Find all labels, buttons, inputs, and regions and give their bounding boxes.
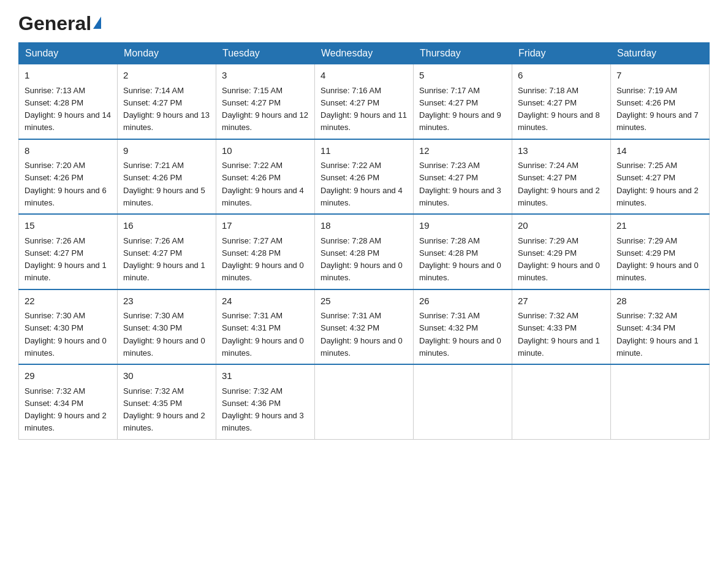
- day-number: 6: [518, 69, 605, 83]
- day-number: 19: [419, 219, 506, 233]
- day-info: Sunrise: 7:21 AMSunset: 4:26 PMDaylight:…: [123, 161, 205, 207]
- day-info: Sunrise: 7:24 AMSunset: 4:27 PMDaylight:…: [518, 161, 600, 207]
- calendar-day-cell: 24 Sunrise: 7:31 AMSunset: 4:31 PMDaylig…: [216, 289, 315, 365]
- day-number: 11: [320, 144, 408, 158]
- calendar-week-row: 8 Sunrise: 7:20 AMSunset: 4:26 PMDayligh…: [19, 139, 710, 215]
- calendar-day-cell: 6 Sunrise: 7:18 AMSunset: 4:27 PMDayligh…: [512, 64, 611, 139]
- day-number: 18: [320, 219, 408, 233]
- day-number: 26: [419, 294, 506, 308]
- day-number: 3: [222, 69, 309, 83]
- column-header-saturday: Saturday: [611, 43, 710, 64]
- calendar-day-cell: 18 Sunrise: 7:28 AMSunset: 4:28 PMDaylig…: [315, 214, 414, 289]
- column-header-thursday: Thursday: [414, 43, 512, 64]
- calendar-day-cell: 3 Sunrise: 7:15 AMSunset: 4:27 PMDayligh…: [216, 64, 315, 139]
- day-number: 10: [222, 144, 309, 158]
- day-info: Sunrise: 7:29 AMSunset: 4:29 PMDaylight:…: [616, 236, 699, 283]
- calendar-table: SundayMondayTuesdayWednesdayThursdayFrid…: [18, 42, 710, 440]
- day-info: Sunrise: 7:15 AMSunset: 4:27 PMDaylight:…: [222, 86, 308, 132]
- column-header-tuesday: Tuesday: [216, 43, 315, 64]
- day-info: Sunrise: 7:32 AMSunset: 4:33 PMDaylight:…: [518, 311, 600, 358]
- day-info: Sunrise: 7:32 AMSunset: 4:36 PMDaylight:…: [222, 386, 304, 433]
- day-number: 28: [616, 294, 703, 308]
- calendar-day-cell: 27 Sunrise: 7:32 AMSunset: 4:33 PMDaylig…: [512, 289, 611, 365]
- day-number: 20: [518, 219, 605, 233]
- day-info: Sunrise: 7:32 AMSunset: 4:35 PMDaylight:…: [123, 386, 205, 433]
- day-number: 31: [222, 369, 309, 383]
- calendar-day-cell: 11 Sunrise: 7:22 AMSunset: 4:26 PMDaylig…: [315, 139, 414, 215]
- calendar-day-cell: 4 Sunrise: 7:16 AMSunset: 4:27 PMDayligh…: [315, 64, 414, 139]
- calendar-week-row: 22 Sunrise: 7:30 AMSunset: 4:30 PMDaylig…: [19, 289, 710, 365]
- calendar-day-cell: 10 Sunrise: 7:22 AMSunset: 4:26 PMDaylig…: [216, 139, 315, 215]
- day-number: 24: [222, 294, 309, 308]
- day-number: 2: [123, 69, 210, 83]
- day-number: 13: [518, 144, 605, 158]
- calendar-day-cell: 15 Sunrise: 7:26 AMSunset: 4:27 PMDaylig…: [19, 214, 118, 289]
- day-info: Sunrise: 7:20 AMSunset: 4:26 PMDaylight:…: [25, 161, 107, 207]
- day-number: 21: [616, 219, 703, 233]
- calendar-day-cell: 21 Sunrise: 7:29 AMSunset: 4:29 PMDaylig…: [611, 214, 710, 289]
- day-number: 29: [25, 369, 112, 383]
- calendar-header-row: SundayMondayTuesdayWednesdayThursdayFrid…: [19, 43, 710, 64]
- day-number: 7: [616, 69, 703, 83]
- column-header-wednesday: Wednesday: [315, 43, 414, 64]
- day-info: Sunrise: 7:22 AMSunset: 4:26 PMDaylight:…: [222, 161, 304, 207]
- day-info: Sunrise: 7:27 AMSunset: 4:28 PMDaylight:…: [222, 236, 304, 283]
- day-info: Sunrise: 7:32 AMSunset: 4:34 PMDaylight:…: [25, 386, 107, 433]
- day-number: 16: [123, 219, 210, 233]
- day-info: Sunrise: 7:16 AMSunset: 4:27 PMDaylight:…: [320, 86, 407, 132]
- day-info: Sunrise: 7:14 AMSunset: 4:27 PMDaylight:…: [123, 86, 210, 132]
- calendar-day-cell: [414, 364, 512, 439]
- calendar-day-cell: 23 Sunrise: 7:30 AMSunset: 4:30 PMDaylig…: [118, 289, 216, 365]
- calendar-week-row: 29 Sunrise: 7:32 AMSunset: 4:34 PMDaylig…: [19, 364, 710, 439]
- calendar-day-cell: 19 Sunrise: 7:28 AMSunset: 4:28 PMDaylig…: [414, 214, 512, 289]
- day-info: Sunrise: 7:26 AMSunset: 4:27 PMDaylight:…: [123, 236, 205, 283]
- calendar-day-cell: 1 Sunrise: 7:13 AMSunset: 4:28 PMDayligh…: [19, 64, 118, 139]
- day-number: 1: [25, 69, 112, 83]
- day-number: 9: [123, 144, 210, 158]
- calendar-day-cell: 25 Sunrise: 7:31 AMSunset: 4:32 PMDaylig…: [315, 289, 414, 365]
- day-info: Sunrise: 7:31 AMSunset: 4:31 PMDaylight:…: [222, 311, 304, 358]
- logo-general: General: [18, 12, 91, 35]
- day-number: 5: [419, 69, 506, 83]
- column-header-monday: Monday: [118, 43, 216, 64]
- calendar-week-row: 1 Sunrise: 7:13 AMSunset: 4:28 PMDayligh…: [19, 64, 710, 139]
- day-number: 15: [25, 219, 112, 233]
- column-header-friday: Friday: [512, 43, 611, 64]
- calendar-day-cell: 9 Sunrise: 7:21 AMSunset: 4:26 PMDayligh…: [118, 139, 216, 215]
- calendar-day-cell: 8 Sunrise: 7:20 AMSunset: 4:26 PMDayligh…: [19, 139, 118, 215]
- calendar-day-cell: 7 Sunrise: 7:19 AMSunset: 4:26 PMDayligh…: [611, 64, 710, 139]
- calendar-day-cell: 13 Sunrise: 7:24 AMSunset: 4:27 PMDaylig…: [512, 139, 611, 215]
- day-info: Sunrise: 7:31 AMSunset: 4:32 PMDaylight:…: [320, 311, 403, 358]
- calendar-day-cell: 29 Sunrise: 7:32 AMSunset: 4:34 PMDaylig…: [19, 364, 118, 439]
- day-number: 12: [419, 144, 506, 158]
- day-info: Sunrise: 7:30 AMSunset: 4:30 PMDaylight:…: [123, 311, 205, 358]
- column-header-sunday: Sunday: [19, 43, 118, 64]
- day-info: Sunrise: 7:18 AMSunset: 4:27 PMDaylight:…: [518, 86, 600, 132]
- calendar-day-cell: 28 Sunrise: 7:32 AMSunset: 4:34 PMDaylig…: [611, 289, 710, 365]
- day-number: 25: [320, 294, 408, 308]
- day-info: Sunrise: 7:30 AMSunset: 4:30 PMDaylight:…: [25, 311, 107, 358]
- calendar-day-cell: 2 Sunrise: 7:14 AMSunset: 4:27 PMDayligh…: [118, 64, 216, 139]
- day-number: 4: [320, 69, 408, 83]
- day-number: 14: [616, 144, 703, 158]
- calendar-day-cell: 22 Sunrise: 7:30 AMSunset: 4:30 PMDaylig…: [19, 289, 118, 365]
- day-info: Sunrise: 7:28 AMSunset: 4:28 PMDaylight:…: [320, 236, 403, 283]
- day-info: Sunrise: 7:23 AMSunset: 4:27 PMDaylight:…: [419, 161, 501, 207]
- calendar-day-cell: 30 Sunrise: 7:32 AMSunset: 4:35 PMDaylig…: [118, 364, 216, 439]
- day-info: Sunrise: 7:28 AMSunset: 4:28 PMDaylight:…: [419, 236, 501, 283]
- logo: General: [18, 12, 101, 31]
- calendar-day-cell: 5 Sunrise: 7:17 AMSunset: 4:27 PMDayligh…: [414, 64, 512, 139]
- calendar-day-cell: 16 Sunrise: 7:26 AMSunset: 4:27 PMDaylig…: [118, 214, 216, 289]
- day-info: Sunrise: 7:25 AMSunset: 4:27 PMDaylight:…: [616, 161, 699, 207]
- day-info: Sunrise: 7:29 AMSunset: 4:29 PMDaylight:…: [518, 236, 600, 283]
- day-number: 8: [25, 144, 112, 158]
- day-info: Sunrise: 7:26 AMSunset: 4:27 PMDaylight:…: [25, 236, 107, 283]
- calendar-day-cell: 26 Sunrise: 7:31 AMSunset: 4:32 PMDaylig…: [414, 289, 512, 365]
- calendar-day-cell: 31 Sunrise: 7:32 AMSunset: 4:36 PMDaylig…: [216, 364, 315, 439]
- day-number: 22: [25, 294, 112, 308]
- day-info: Sunrise: 7:13 AMSunset: 4:28 PMDaylight:…: [25, 86, 111, 132]
- day-info: Sunrise: 7:17 AMSunset: 4:27 PMDaylight:…: [419, 86, 501, 132]
- calendar-day-cell: 20 Sunrise: 7:29 AMSunset: 4:29 PMDaylig…: [512, 214, 611, 289]
- calendar-day-cell: 17 Sunrise: 7:27 AMSunset: 4:28 PMDaylig…: [216, 214, 315, 289]
- calendar-week-row: 15 Sunrise: 7:26 AMSunset: 4:27 PMDaylig…: [19, 214, 710, 289]
